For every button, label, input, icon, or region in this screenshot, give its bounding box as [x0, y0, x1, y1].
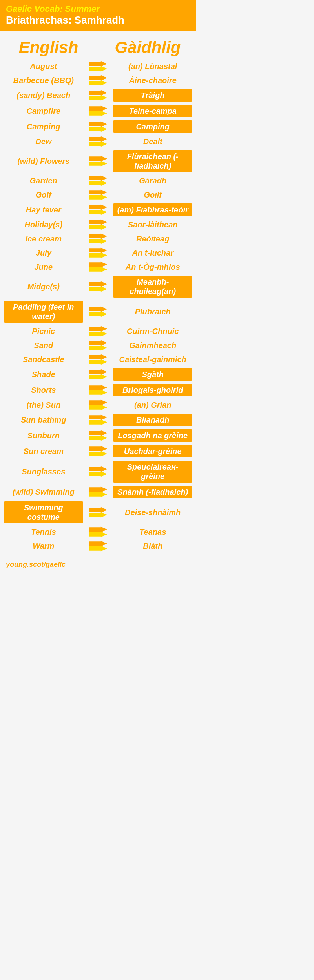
gaelic-word: Cuirm-Chnuic — [113, 327, 192, 336]
svg-marker-29 — [89, 286, 107, 292]
svg-marker-46 — [89, 430, 107, 436]
gaelic-word: Dealt — [113, 137, 192, 146]
english-column-header: English — [8, 38, 89, 57]
english-word: Camping — [4, 122, 83, 131]
svg-marker-18 — [89, 205, 107, 210]
english-word: Tennis — [4, 527, 83, 537]
svg-marker-56 — [89, 527, 107, 532]
vocab-row: Sand Gainmheach — [4, 340, 192, 351]
arrow-icon — [89, 90, 107, 101]
svg-marker-36 — [89, 354, 107, 360]
vocab-row: Shorts Briogais-ghoirid — [4, 384, 192, 396]
arrow-icon — [89, 261, 107, 272]
arrow-icon — [89, 326, 107, 337]
svg-marker-22 — [89, 234, 107, 239]
gaelic-word: Sgàth — [113, 368, 192, 381]
vocab-row: Sun bathing Blianadh — [4, 414, 192, 426]
gaelic-word: Snàmh (-fiadhaich) — [113, 486, 192, 498]
arrow-icon — [89, 526, 107, 537]
vocab-row: Shade Sgàth — [4, 368, 192, 381]
svg-marker-3 — [89, 80, 107, 85]
arrow-container — [85, 175, 111, 186]
gaelic-word: Caisteal-gainmich — [113, 355, 192, 364]
gaelic-word: Uachdar-grèine — [113, 445, 192, 457]
english-word: July — [4, 248, 83, 258]
vocab-row: Campfire Teine-campa — [4, 105, 192, 117]
arrow-container — [85, 369, 111, 380]
english-word: Hay fever — [4, 205, 83, 214]
gaelic-word: (an) Lùnastal — [113, 62, 192, 71]
svg-marker-42 — [89, 400, 107, 405]
arrow-container — [85, 507, 111, 518]
svg-marker-30 — [89, 307, 107, 312]
footer: young.scot/gaelic — [0, 555, 196, 573]
svg-marker-48 — [89, 446, 107, 452]
svg-marker-20 — [89, 220, 107, 225]
gaelic-word: Gàradh — [113, 176, 192, 185]
english-word: Shade — [4, 370, 83, 379]
svg-marker-40 — [89, 385, 107, 390]
arrow-icon — [89, 385, 107, 396]
gaelic-word: Blàth — [113, 541, 192, 551]
arrow-container — [85, 414, 111, 425]
svg-marker-32 — [89, 326, 107, 332]
english-word: Ice cream — [4, 234, 83, 243]
svg-marker-27 — [89, 267, 107, 272]
gaelic-word: Teanas — [113, 527, 192, 537]
arrow-container — [85, 340, 111, 351]
svg-marker-39 — [89, 374, 107, 379]
arrow-icon — [89, 354, 107, 365]
gaelic-word: Saor-làithean — [113, 220, 192, 229]
english-word: Sunglasses — [4, 467, 83, 476]
arrow-container — [85, 233, 111, 244]
arrow-icon — [89, 61, 107, 72]
english-word: (sandy) Beach — [4, 91, 83, 100]
arrow-container — [85, 281, 111, 292]
vocab-row: Holiday(s) Saor-làithean — [4, 219, 192, 230]
svg-marker-14 — [89, 176, 107, 181]
arrow-icon — [89, 204, 107, 215]
english-word: Barbecue (BBQ) — [4, 76, 83, 85]
vocab-row: Ice cream Reòiteag — [4, 233, 192, 244]
vocab-row: Hay fever (am) Fiabhras-feòir — [4, 203, 192, 216]
arrow-container — [85, 466, 111, 477]
svg-marker-45 — [89, 419, 107, 425]
arrow-container — [85, 385, 111, 396]
arrow-container — [85, 430, 111, 441]
gaelic-word: Reòiteag — [113, 234, 192, 243]
svg-marker-35 — [89, 345, 107, 350]
english-word: Dew — [4, 137, 83, 146]
svg-marker-4 — [89, 90, 107, 96]
svg-marker-1 — [89, 66, 107, 71]
arrow-icon — [89, 369, 107, 380]
vocab-row: Camping Camping — [4, 120, 192, 133]
arrow-icon — [89, 136, 107, 147]
arrow-icon — [89, 233, 107, 244]
columns-header: English Gàidhlig — [0, 31, 196, 61]
svg-marker-50 — [89, 466, 107, 472]
english-word: Warm — [4, 541, 83, 551]
vocab-row: Swimming costume Deise-shnàimh — [4, 501, 192, 523]
arrow-icon — [89, 121, 107, 132]
vocab-row: Sun cream Uachdar-grèine — [4, 445, 192, 457]
vocab-row: Garden Gàradh — [4, 175, 192, 186]
svg-marker-31 — [89, 311, 107, 317]
svg-marker-8 — [89, 122, 107, 127]
gaelic-word: Speuclaireан-grèine — [113, 461, 192, 483]
arrow-icon — [89, 486, 107, 497]
gaelic-word: Camping — [113, 120, 192, 133]
english-word: Midge(s) — [4, 282, 83, 291]
svg-marker-49 — [89, 451, 107, 456]
arrow-container — [85, 189, 111, 200]
gaelic-word: Losgadh na grèine — [113, 429, 192, 442]
english-word: (wild) Flowers — [4, 156, 83, 166]
svg-marker-15 — [89, 180, 107, 186]
arrow-container — [85, 354, 111, 365]
svg-marker-52 — [89, 487, 107, 492]
english-word: Sun bathing — [4, 415, 83, 425]
vocab-row: Golf Goilf — [4, 189, 192, 200]
vocab-list: August (an) Lùnastal Barbecue (BBQ) Àine… — [0, 61, 196, 552]
arrow-icon — [89, 75, 107, 86]
svg-marker-23 — [89, 238, 107, 244]
arrow-container — [85, 399, 111, 410]
